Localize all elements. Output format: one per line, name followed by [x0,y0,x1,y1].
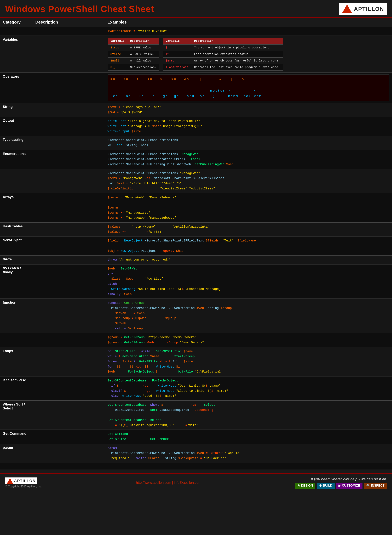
category-cell: try / catch / finally [0,264,33,299]
category-cell: Output [0,117,33,136]
desc-cell [33,223,105,236]
example-cell: function Get-SPGroup Microsoft.SharePoin… [105,299,392,333]
desc-cell [33,256,105,264]
desc-cell [33,103,105,117]
category-cell: Get-Command [0,430,33,444]
desc-cell [33,463,105,470]
footer-left: APTILLON © Copyright 2013 Aptillon, Inc. [5,478,42,488]
table-row: Operators == != < <= > >= && || ! & | ^ [0,73,392,103]
badge-design: ✎ DESIGN [295,483,315,489]
example-cell: Microsoft.SharePoint.SPBasePermissions x… [105,136,392,150]
variable-table-1: VariableDescription $trueA TRUE value. $… [108,38,159,71]
table-row: Hash Tables $values = "http://demo" ="Ap… [0,223,392,236]
table-row: New-Object $field = New-Object Microsoft… [0,236,392,256]
customize-icon: ▶ [338,484,341,488]
desc-cell [33,169,105,193]
category-cell [0,333,33,347]
table-row: function function Get-SPGroup Microsoft.… [0,299,392,333]
category-cell: Hash Tables [0,223,33,236]
badge-customize: ▶ CUSTOMIZE [336,483,363,489]
desc-cell [33,236,105,256]
example-cell [105,463,392,470]
badge-build-label: BUILD [323,484,332,488]
example-cell: Get-Command Get-SPSite Get-Member [105,430,392,444]
table-row: Get-Command Get-Command Get-SPSite Get-M… [0,430,392,444]
col-description: Description [35,20,107,24]
desc-cell [33,347,105,376]
footer-right: If you need SharePoint help - we can do … [295,477,387,489]
operators-block: == != < <= > >= && || ! & | ^ -eq -ne -l… [108,75,389,101]
desc-cell [33,264,105,299]
example-cell: do Start-Sleep while ! Get-SPSolution $n… [105,347,392,376]
footer: APTILLON © Copyright 2013 Aptillon, Inc.… [0,473,392,492]
badge-inspect: 🔍 INSPECT [364,483,387,489]
footer-logo-icon [7,478,13,484]
badge-build: ⚙ BUILD [317,483,335,489]
category-cell: Variables [0,36,33,73]
example-cell: $values = "http://demo" ="Aptillon\giapo… [105,223,392,236]
category-cell: Operators [0,73,33,103]
logo: APTILLON [339,3,387,15]
desc-cell [33,333,105,347]
desc-cell [33,430,105,444]
example-cell: VariableDescription $trueA TRUE value. $… [105,36,392,73]
badge-design-label: DESIGN [301,484,313,488]
table-row: Where / Sort / Select Get-SPContentDatab… [0,401,392,430]
example-cell: Microsoft.SharePoint.SPBasePermissions "… [105,169,392,193]
example-cell: Get-SPContentDatabase ForEach-Object if … [105,376,392,401]
desc-cell [33,136,105,150]
desc-cell [33,299,105,333]
example-cell: Get-SPContentDatabase where $_ -gt selec… [105,401,392,430]
col-category: Category [3,20,35,24]
table-row: param param Microsoft.SharePoint.PowerSh… [0,444,392,463]
column-headers: Category Description Examples [0,18,392,27]
table-row: String $text = "Tessa says 'Hello!'" $pw… [0,103,392,117]
footer-logo-text: APTILLON [14,479,36,483]
table-row: if / elseif / else Get-SPContentDatabase… [0,376,392,401]
category-cell [0,463,33,470]
table-row: Output Write-Host "It's a great day to l… [0,117,392,136]
desc-cell [33,150,105,169]
example-cell: == != < <= > >= && || ! & | ^ -eq -ne -l… [105,73,392,103]
footer-center: http://www.aptillon.com | info@aptillon.… [136,481,201,485]
copyright: © Copyright 2013 Aptillon, Inc. [5,485,42,488]
example-cell: param Microsoft.SharePoint.PowerShell.SP… [105,444,392,463]
badge-customize-label: CUSTOMIZE [342,484,360,488]
build-icon: ⚙ [319,484,322,488]
badge-inspect-label: INSPECT [371,484,384,488]
table-row: Enumerations Microsoft.SharePoint.SPBase… [0,150,392,169]
category-cell: Where / Sort / Select [0,401,33,430]
category-cell [0,169,33,193]
table-row: Arrays $perms = "ManageWeb" "ManageSubwe… [0,193,392,223]
category-cell: String [0,103,33,117]
inspect-icon: 🔍 [366,484,370,488]
footer-url: http://www.aptillon.com | info@aptillon.… [136,481,201,485]
content-table: $variableName = "variable value" Variabl… [0,27,392,470]
desc-cell [33,376,105,401]
logo-icon [342,5,352,13]
example-cell: $field = New-Object Microsoft.SharePoint… [105,236,392,256]
variable-table-2: VariableDescription $_The current object… [163,38,283,71]
header: Windows PowerShell Cheat Sheet APTILLON [0,0,392,18]
example-cell: $perms = "ManageWeb" "ManageSubwebs" $pe… [105,193,392,223]
table-row: throw throw "An unknown error occurred." [0,256,392,264]
table-row: $variableName = "variable value" [0,27,392,36]
category-cell: throw [0,256,33,264]
category-cell: function [0,299,33,333]
col-examples: Examples [107,20,389,24]
page-title: Windows PowerShell Cheat Sheet [5,4,154,14]
desc-cell [33,27,105,36]
table-row: try / catch / finally $web = Get-SPWeb t… [0,264,392,299]
table-row: Type casting Microsoft.SharePoint.SPBase… [0,136,392,150]
footer-logo-box: APTILLON [5,478,37,484]
table-row [0,463,392,470]
category-cell [0,27,33,36]
category-cell: param [0,444,33,463]
table-row: $group = Get-SPGroup "http://demo" "Demo… [0,333,392,347]
category-cell: if / elseif / else [0,376,33,401]
desc-cell [33,117,105,136]
desc-cell [33,36,105,73]
table-row: Variables VariableDescription $trueA TRU… [0,36,392,73]
table-row: Loops do Start-Sleep while ! Get-SPSolut… [0,347,392,376]
category-cell: Enumerations [0,150,33,169]
